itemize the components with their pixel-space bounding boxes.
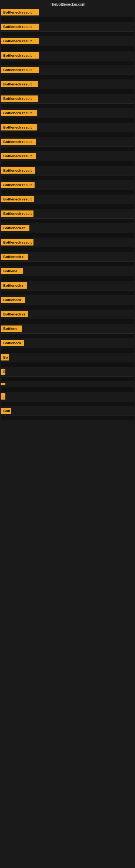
- bottleneck-label: Bottleneck result: [1, 9, 39, 16]
- section-divider: [1, 247, 134, 252]
- bottleneck-label: Bottleneck result: [1, 138, 36, 145]
- site-title: TheBottlenecker.com: [50, 2, 85, 6]
- bottleneck-label: Bottleneck result: [1, 167, 35, 174]
- bottleneck-label: Bottleneck result: [1, 24, 39, 30]
- list-item: Bottleneck result: [1, 108, 134, 118]
- bottleneck-label: Bottleneck result: [1, 196, 34, 203]
- section-divider: [1, 175, 134, 180]
- list-item: Bottleneck: [1, 338, 134, 348]
- section-divider: [1, 305, 134, 310]
- bottleneck-list: Bottleneck resultBottleneck resultBottle…: [0, 8, 135, 583]
- section-divider: [1, 60, 134, 65]
- bottleneck-label: Bottleneck result: [1, 211, 34, 217]
- section-divider: [1, 362, 134, 367]
- bottleneck-label: Bottlene: [1, 326, 22, 332]
- bottleneck-label: Bottleneck re: [1, 225, 30, 231]
- bottleneck-label: Bottleneck: [1, 297, 25, 303]
- list-item: Bottleneck result: [1, 22, 134, 31]
- list-item: :: [1, 392, 134, 401]
- list-item: Bottleneck result: [1, 209, 134, 218]
- bottleneck-label: Bottleneck result: [1, 38, 39, 44]
- list-item: Bottleneck result: [1, 80, 134, 89]
- section-divider: [1, 161, 134, 166]
- list-item: Bottleneck: [1, 295, 134, 305]
- section-divider: [1, 233, 134, 238]
- section-divider: [1, 74, 134, 80]
- section-divider: [1, 31, 134, 36]
- bottleneck-label: Bo: [1, 354, 9, 361]
- section-divider: [1, 147, 134, 151]
- bottleneck-label: Bottleneck result: [1, 81, 38, 87]
- section-divider: [1, 376, 134, 381]
- list-item: Bottleneck re: [1, 310, 134, 319]
- list-item: Bottlene: [1, 324, 134, 333]
- section-divider: [1, 89, 134, 94]
- bottleneck-label: Bottleneck result: [1, 182, 35, 188]
- list-item: Bottleneck r: [1, 252, 134, 261]
- bottleneck-label: B: [1, 369, 5, 375]
- bottleneck-label: [1, 383, 5, 385]
- list-item: Bottleneck result: [1, 51, 134, 60]
- list-item: Bottlene: [1, 267, 134, 276]
- bottleneck-label: Bottleneck result: [1, 124, 37, 130]
- list-item: Bottleneck result: [1, 166, 134, 175]
- list-item: Bottleneck result: [1, 194, 134, 204]
- list-item: Bottleneck result: [1, 36, 134, 46]
- bottleneck-label: Bottleneck result: [1, 239, 34, 246]
- section-divider: [1, 387, 134, 392]
- list-item: Bottleneck result: [1, 238, 134, 247]
- bottleneck-label: Bottleneck result: [1, 67, 39, 73]
- bottleneck-label: Bottleneck r: [1, 282, 27, 289]
- section-divider: [1, 401, 134, 406]
- bottleneck-label: Bottleneck result: [1, 153, 36, 159]
- bottleneck-label: Bottleneck re: [1, 311, 28, 317]
- section-divider: [1, 17, 134, 22]
- list-item: Bo: [1, 352, 134, 362]
- bottleneck-label: Bott: [1, 408, 11, 414]
- bottleneck-label: Bottleneck result: [1, 52, 39, 59]
- bottleneck-label: Bottleneck r: [1, 254, 28, 260]
- list-item: Bottleneck result: [1, 123, 134, 132]
- list-item: Bott: [1, 406, 134, 415]
- list-item: Bottleneck result: [1, 151, 134, 161]
- list-item: [1, 381, 134, 387]
- section-divider: [1, 290, 134, 295]
- section-divider: [1, 415, 134, 421]
- section-divider: [1, 132, 134, 137]
- section-divider: [1, 276, 134, 281]
- bottleneck-label: Bottleneck result: [1, 110, 37, 116]
- bottleneck-label: Bottlene: [1, 268, 23, 274]
- bottleneck-label: Bottleneck: [1, 340, 24, 346]
- section-divider: [1, 204, 134, 209]
- section-divider: [1, 348, 134, 352]
- section-divider: [1, 46, 134, 51]
- section-divider: [1, 261, 134, 267]
- section-divider: [1, 319, 134, 324]
- site-header: TheBottlenecker.com: [0, 0, 135, 8]
- list-item: B: [1, 367, 134, 376]
- list-item: Bottleneck result: [1, 8, 134, 17]
- section-divider: [1, 103, 134, 108]
- list-item: Bottleneck re: [1, 223, 134, 233]
- list-item: Bottleneck r: [1, 281, 134, 290]
- bottleneck-label: :: [1, 393, 5, 400]
- section-divider: [1, 218, 134, 223]
- list-item: Bottleneck result: [1, 180, 134, 190]
- list-item: Bottleneck result: [1, 137, 134, 147]
- section-divider: [1, 118, 134, 123]
- list-item: Bottleneck result: [1, 94, 134, 103]
- section-divider: [1, 190, 134, 194]
- section-divider: [1, 333, 134, 338]
- list-item: Bottleneck result: [1, 65, 134, 74]
- bottleneck-label: Bottleneck result: [1, 95, 38, 102]
